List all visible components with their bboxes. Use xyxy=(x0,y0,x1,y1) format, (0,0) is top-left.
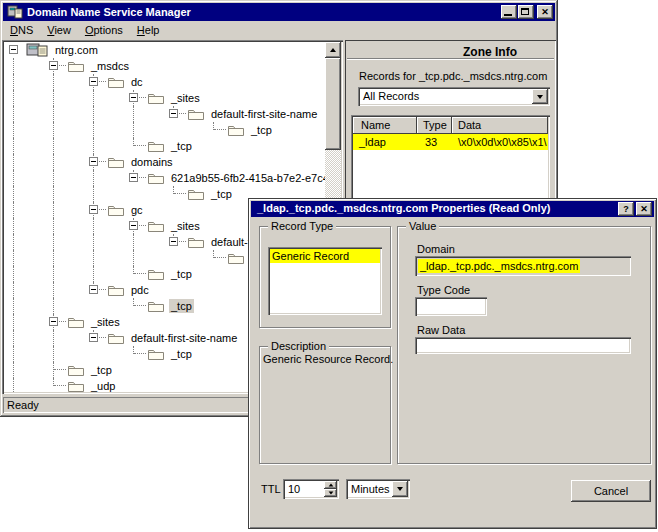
tree-collapse-box[interactable] xyxy=(169,237,178,246)
chevron-down-icon xyxy=(397,487,403,491)
scroll-up-button[interactable] xyxy=(325,42,341,58)
ttl-unit-combobox[interactable]: Minutes xyxy=(346,479,410,499)
tree-item-label[interactable]: _sites xyxy=(169,219,202,233)
dns-server-icon xyxy=(26,43,48,59)
ttl-label: TTL xyxy=(261,483,281,495)
folder-icon xyxy=(148,300,164,314)
folder-icon xyxy=(148,348,164,362)
folder-icon xyxy=(68,364,84,378)
minimize-icon xyxy=(504,14,512,16)
tree-item-label[interactable]: _sites xyxy=(169,91,202,105)
folder-icon xyxy=(188,236,204,250)
tree-item-label[interactable]: _tcp xyxy=(169,139,194,153)
domain-field[interactable]: _ldap._tcp.pdc._msdcs.ntrg.com xyxy=(415,256,631,276)
tree-item-label[interactable]: _tcp xyxy=(89,363,114,377)
tree-item-label[interactable]: 621a9b55-6fb2-415a-b7e2-e7c4c4aaefb8 xyxy=(169,171,325,185)
menu-item-view[interactable]: View xyxy=(40,22,78,38)
ttl-spin-up-button[interactable] xyxy=(324,481,337,489)
folder-icon xyxy=(148,92,164,106)
tree-item-label[interactable]: default-first-site-name xyxy=(209,107,319,121)
folder-icon xyxy=(108,76,124,90)
ttl-unit-dropdown-button[interactable] xyxy=(392,481,408,497)
scrollbar-thumb[interactable] xyxy=(325,58,341,150)
record-type-listbox[interactable]: Generic Record xyxy=(268,247,382,315)
column-header-type[interactable]: Type xyxy=(417,117,452,134)
tree-collapse-box[interactable] xyxy=(89,77,98,86)
dialog-title-bar[interactable]: _ldap._tcp.pdc._msdcs.ntrg.com Propertie… xyxy=(251,201,654,217)
scroll-up-icon xyxy=(330,48,336,52)
folder-icon xyxy=(188,108,204,122)
folder-icon xyxy=(148,140,164,154)
cancel-button-label: Cancel xyxy=(594,485,628,497)
record-type-item[interactable]: Generic Record xyxy=(270,249,380,263)
tree-collapse-box[interactable] xyxy=(89,333,98,342)
tree-item-label[interactable]: _msdcs xyxy=(89,59,131,73)
record-filter-combobox[interactable]: All Records xyxy=(358,87,550,106)
tree-item-label[interactable]: dc xyxy=(129,75,145,89)
ttl-spin-down-button[interactable] xyxy=(324,489,337,497)
tree-item-label[interactable]: ntrg.com xyxy=(53,43,100,57)
tree-item-label[interactable]: domains xyxy=(129,155,175,169)
column-header-name[interactable]: Name xyxy=(353,117,417,134)
tree-item-label[interactable]: _sites xyxy=(89,315,122,329)
description-group: Description Generic Resource Record. xyxy=(259,346,391,464)
tree-collapse-box[interactable] xyxy=(89,157,98,166)
description-label: Description xyxy=(268,340,329,353)
ttl-spinner[interactable]: 10 xyxy=(283,479,339,499)
domain-label: Domain xyxy=(417,243,455,255)
tree-item-label[interactable]: _tcp xyxy=(209,187,234,201)
main-title-bar[interactable]: Domain Name Service Manager ✕ xyxy=(3,3,555,21)
raw-data-label: Raw Data xyxy=(417,324,465,336)
divider xyxy=(347,58,554,60)
spin-down-icon xyxy=(328,491,333,494)
record-row[interactable]: _ldap33\x0\x0d\x0\x85\x1\ xyxy=(353,134,548,150)
raw-data-field[interactable] xyxy=(415,337,631,354)
tree-collapse-box[interactable] xyxy=(129,93,138,102)
tree-collapse-box[interactable] xyxy=(49,61,58,70)
tree-item[interactable]: ntrg.com xyxy=(4,42,325,58)
ttl-unit-value: Minutes xyxy=(349,482,392,496)
tree-item-label[interactable]: gc xyxy=(129,203,145,217)
tree-item[interactable]: _tcp xyxy=(4,122,325,138)
folder-icon xyxy=(228,124,244,138)
maximize-button[interactable] xyxy=(518,5,534,19)
cancel-button[interactable]: Cancel xyxy=(571,480,651,502)
records-for-label: Records for _tcp.pdc._msdcs.ntrg.com xyxy=(359,70,547,82)
folder-icon xyxy=(188,188,204,202)
tree-item[interactable]: 621a9b55-6fb2-415a-b7e2-e7c4c4aaefb8 xyxy=(4,170,325,186)
tree-item-label[interactable]: _tcp xyxy=(169,299,194,313)
record-cell: _ldap xyxy=(353,134,417,150)
menu-item-dns[interactable]: DNS xyxy=(3,22,40,38)
tree-item[interactable]: domains xyxy=(4,154,325,170)
tree-item-label[interactable]: _tcp xyxy=(249,123,274,137)
tree-item[interactable]: dc xyxy=(4,74,325,90)
tree-item[interactable]: _tcp xyxy=(4,138,325,154)
menu-item-options[interactable]: Options xyxy=(78,22,130,38)
record-cell: \x0\x0d\x0\x85\x1\ xyxy=(452,134,548,150)
domain-value: _ldap._tcp.pdc._msdcs.ntrg.com xyxy=(418,259,580,273)
tree-item-label[interactable]: pdc xyxy=(129,283,151,297)
record-filter-dropdown-button[interactable] xyxy=(532,89,548,104)
help-icon: ? xyxy=(623,202,629,217)
dialog-help-button[interactable]: ? xyxy=(618,202,634,216)
menu-item-help[interactable]: Help xyxy=(130,22,167,38)
type-code-field[interactable] xyxy=(415,297,487,316)
tree-collapse-box[interactable] xyxy=(89,205,98,214)
tree-item-label[interactable]: _udp xyxy=(89,379,117,392)
column-header-data[interactable]: Data xyxy=(452,117,548,134)
tree-item-label[interactable]: default-first-site-name xyxy=(129,331,239,345)
tree-collapse-box[interactable] xyxy=(89,285,98,294)
tree-collapse-box[interactable] xyxy=(49,317,58,326)
tree-item[interactable]: default-first-site-name xyxy=(4,106,325,122)
tree-item-label[interactable]: _tcp xyxy=(169,347,194,361)
close-button[interactable]: ✕ xyxy=(537,5,553,19)
minimize-button[interactable] xyxy=(501,5,517,19)
tree-collapse-box[interactable] xyxy=(129,221,138,230)
tree-collapse-box[interactable] xyxy=(9,45,18,54)
tree-item-label[interactable]: _tcp xyxy=(169,267,194,281)
dialog-close-button[interactable]: ✕ xyxy=(636,202,652,216)
tree-collapse-box[interactable] xyxy=(129,173,138,182)
tree-collapse-box[interactable] xyxy=(169,109,178,118)
tree-item[interactable]: _sites xyxy=(4,90,325,106)
tree-item[interactable]: _msdcs xyxy=(4,58,325,74)
